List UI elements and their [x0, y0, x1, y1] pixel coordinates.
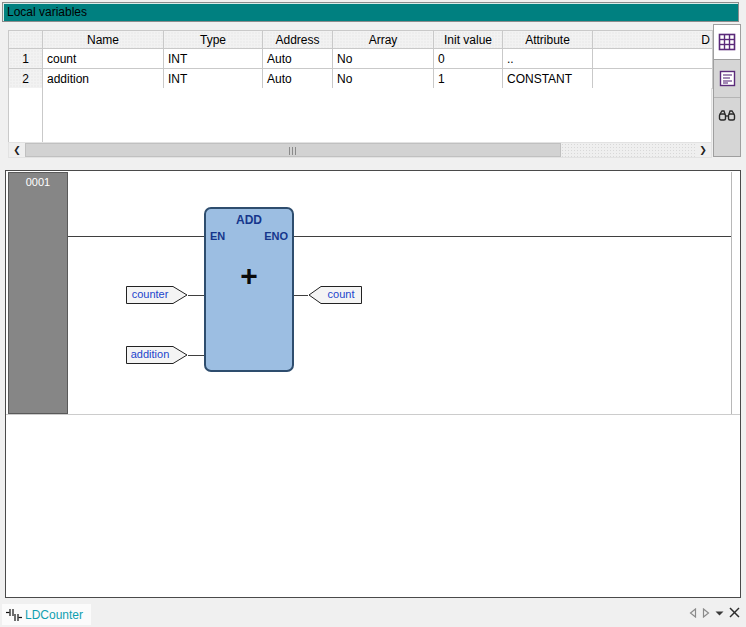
scroll-right-button[interactable]: ❯ — [695, 143, 711, 157]
scrollbar-thumb[interactable] — [25, 143, 561, 157]
close-tab-icon[interactable] — [729, 607, 740, 618]
binoculars-icon — [718, 109, 736, 123]
column-divider — [42, 88, 43, 142]
variable-table-header-row: NameTypeAddressArrayInit valueAttributeD — [9, 31, 713, 49]
rail-line-en — [68, 236, 204, 237]
input-tag-counter[interactable]: counter — [126, 286, 188, 304]
plus-operator-icon: + — [206, 259, 292, 293]
variable-table-empty-area[interactable] — [8, 88, 712, 142]
variable-table[interactable]: NameTypeAddressArrayInit valueAttributeD… — [8, 30, 713, 89]
input-tag-addition[interactable]: addition — [126, 346, 188, 364]
rung-number-margin[interactable]: 0001 — [8, 172, 68, 414]
table-row[interactable]: 2additionINTAutoNo1CONSTANT — [9, 69, 713, 89]
thumb-grip-icon — [289, 147, 297, 155]
add-function-block[interactable]: ADD EN ENO + — [204, 207, 294, 372]
table-cell-init_value[interactable]: 0 — [434, 49, 503, 69]
panel-title: Local variables — [7, 5, 87, 19]
pin-line-in1 — [188, 295, 204, 296]
table-cell-num[interactable]: 2 — [9, 69, 43, 89]
scrollbar-track[interactable] — [561, 143, 697, 157]
table-cell-array[interactable]: No — [333, 49, 434, 69]
en-pin-label: EN — [210, 230, 225, 242]
tab-ldcounter[interactable]: LDCounter — [2, 604, 91, 625]
table-cell-attribute[interactable]: .. — [503, 49, 593, 69]
next-tab-icon[interactable] — [702, 608, 710, 618]
column-header[interactable]: D — [593, 31, 713, 49]
column-header[interactable]: Array — [333, 31, 434, 49]
table-cell-address[interactable]: Auto — [263, 49, 333, 69]
column-header[interactable]: Name — [43, 31, 164, 49]
table-cell-description[interactable] — [593, 49, 713, 69]
column-header[interactable]: Address — [263, 31, 333, 49]
side-view-toolbar — [713, 24, 741, 157]
pin-line-out — [294, 295, 308, 296]
tab-list-dropdown-icon[interactable] — [715, 608, 724, 618]
table-cell-num[interactable]: 1 — [9, 49, 43, 69]
block-title: ADD — [206, 213, 292, 227]
grid-icon — [718, 33, 736, 51]
document-tab-bar: LDCounter — [0, 601, 746, 627]
tab-search-view[interactable] — [714, 98, 740, 134]
rung-number: 0001 — [26, 176, 50, 188]
tab-grid-view[interactable] — [714, 25, 740, 60]
rung-separator-line — [6, 414, 740, 415]
column-header[interactable]: Type — [164, 31, 263, 49]
output-tag-count[interactable]: count — [308, 286, 362, 304]
local-variables-titlebar: Local variables — [2, 2, 739, 22]
tag-label: count — [321, 288, 361, 300]
tab-label: LDCounter — [25, 608, 83, 622]
table-cell-type[interactable]: INT — [164, 69, 263, 89]
column-header[interactable]: Init value — [434, 31, 503, 49]
table-cell-array[interactable]: No — [333, 69, 434, 89]
rail-line-eno — [294, 236, 731, 237]
tag-label: addition — [126, 348, 174, 360]
table-cell-init_value[interactable]: 1 — [434, 69, 503, 89]
prev-tab-icon[interactable] — [689, 608, 697, 618]
eno-pin-label: ENO — [264, 230, 288, 242]
ladder-editor-canvas[interactable]: 0001 ADD EN ENO + counter addition count — [5, 170, 741, 598]
table-cell-name[interactable]: addition — [43, 69, 164, 89]
table-cell-name[interactable]: count — [43, 49, 164, 69]
scroll-left-button[interactable]: ❮ — [9, 143, 25, 157]
table-cell-type[interactable]: INT — [164, 49, 263, 69]
tag-label: counter — [126, 288, 174, 300]
right-power-rail — [731, 172, 732, 414]
table-cell-address[interactable]: Auto — [263, 69, 333, 89]
column-header[interactable]: Attribute — [503, 31, 593, 49]
table-horizontal-scrollbar[interactable]: ❮ ❯ — [8, 142, 712, 158]
pin-line-in2 — [188, 355, 204, 356]
table-cell-attribute[interactable]: CONSTANT — [503, 69, 593, 89]
column-header[interactable] — [9, 31, 43, 49]
tab-navigation — [689, 607, 740, 618]
table-row[interactable]: 1countINTAutoNo0.. — [9, 49, 713, 69]
ladder-program-icon — [6, 607, 22, 623]
plc-ide-window: { "title_bar": { "title": "Local variabl… — [0, 0, 746, 627]
document-icon — [719, 70, 736, 87]
table-cell-description[interactable] — [593, 69, 713, 89]
tab-document-view[interactable] — [714, 60, 740, 98]
